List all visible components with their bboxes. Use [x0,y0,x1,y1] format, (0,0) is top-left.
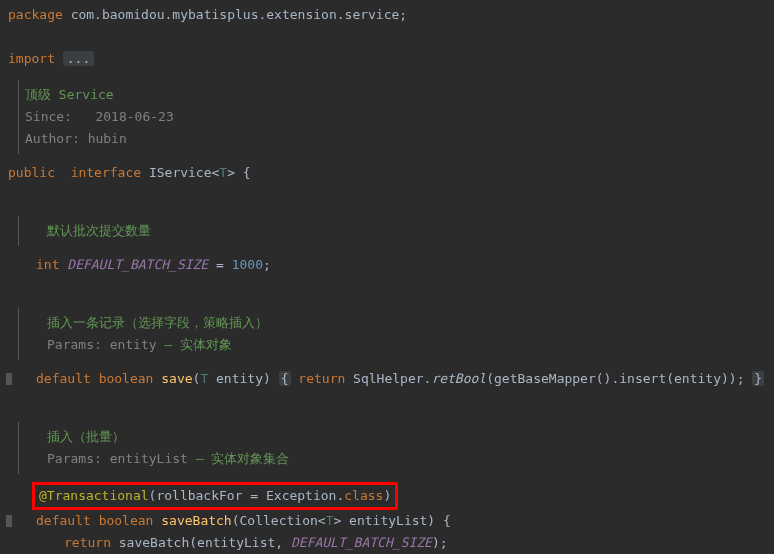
annotation-line: @Transactional(rollbackFor = Exception.c… [8,482,774,510]
package-line: package com.baomidou.mybatisplus.extensi… [8,4,774,26]
doc-since-value: 2018-06-23 [95,109,173,124]
call-text: saveBatch(entityList, [111,535,291,550]
punc-end: ); [432,535,448,550]
number-literal: 1000 [232,257,263,272]
interface-name: IService [149,165,212,180]
doc-text: 插入（批量） [47,429,125,444]
keyword-int: int [36,257,59,272]
punc-gt: > [227,165,235,180]
doc-params-label: Params: [47,337,102,352]
type-param: T [219,165,227,180]
doc-text: 插入一条记录（选择字段，策略插入） [47,315,268,330]
doc-block-batch: 默认批次提交数量 [18,216,774,246]
keyword-public: public [8,165,55,180]
doc-params-desc: – 实体对象 [164,337,232,352]
default-batch-size-line: int DEFAULT_BATCH_SIZE = 1000; [8,254,774,276]
qualifier: SqlHelper. [345,371,431,386]
keyword-interface: interface [71,165,141,180]
call-chain: ().insert(entity)); [596,371,753,386]
field-ref: DEFAULT_BATCH_SIZE [291,535,432,550]
doc-block-savebatch: 插入（批量） Params: entityList – 实体对象集合 [18,422,774,474]
keyword-return: return [64,535,111,550]
method-name: save [161,371,192,386]
punc-rp: ) [263,371,271,386]
field-name: DEFAULT_BATCH_SIZE [67,257,208,272]
punc-eq: = [208,257,231,272]
doc-text: 默认批次提交数量 [47,223,151,238]
doc-author-value: hubin [88,131,127,146]
gutter-mark-icon[interactable] [6,373,12,385]
blank-line [8,390,774,412]
doc-since-label: Since: [25,109,72,124]
brace-open: { [279,371,291,386]
interface-decl: public interface IService<T> { [8,162,774,184]
doc-params-desc: – 实体对象集合 [196,451,290,466]
code-editor[interactable]: package com.baomidou.mybatisplus.extensi… [0,0,774,554]
keyword-default: default [36,513,91,528]
annotation-name: @Transactional [39,488,149,503]
savebatch-decl-line: default boolean saveBatch(Collection<T> … [8,510,774,532]
keyword-default: default [36,371,91,386]
keyword-class: class [344,488,383,503]
gutter-mark-icon[interactable] [6,515,12,527]
doc-text: 顶级 Service [25,87,114,102]
params-close: > entityList) { [333,513,450,528]
doc-params-label: Params: [47,451,102,466]
package-path: com.baomidou.mybatisplus.extension.servi… [71,7,408,22]
punc-lp: ( [486,371,494,386]
method-name: saveBatch [161,513,231,528]
punc-rp: ) [383,488,391,503]
blank-line [8,184,774,206]
import-fold-pill[interactable]: ... [63,51,94,66]
keyword-import: import [8,51,55,66]
highlight-box: @Transactional(rollbackFor = Exception.c… [32,482,398,510]
doc-author-label: Author: [25,131,80,146]
keyword-boolean: boolean [99,513,154,528]
savebatch-body-line: return saveBatch(entityList, DEFAULT_BAT… [8,532,774,554]
keyword-package: package [8,7,63,22]
doc-params-name: entityList [110,451,188,466]
blank-line [8,26,774,48]
annotation-attr: rollbackFor [156,488,242,503]
punc-eq: = Exception. [243,488,345,503]
params-open: (Collection< [232,513,326,528]
brace-open: { [235,165,251,180]
doc-block-save: 插入一条记录（选择字段，策略插入） Params: entity – 实体对象 [18,308,774,360]
blank-line [8,276,774,298]
method-call: getBaseMapper [494,371,596,386]
import-line: import ... [8,48,774,70]
keyword-boolean: boolean [99,371,154,386]
doc-block-top: 顶级 Service Since: 2018-06-23 Author: hub… [18,80,774,154]
save-method-line: default boolean save(T entity) { return … [8,368,774,390]
param-name: entity [208,371,263,386]
doc-params-name: entity [110,337,157,352]
keyword-return: return [298,371,345,386]
brace-close: } [752,371,764,386]
static-method: retBool [431,371,486,386]
punc-semi: ; [263,257,271,272]
